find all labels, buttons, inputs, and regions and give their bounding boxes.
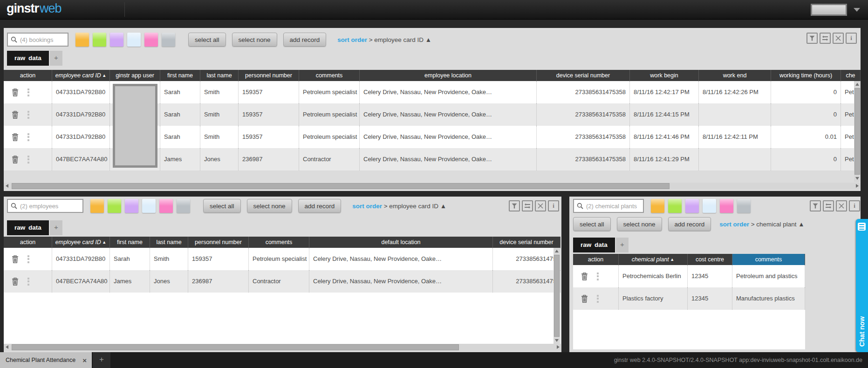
column-header-personnel-number[interactable]: personnel number xyxy=(239,70,299,81)
sort-order-link[interactable]: sort order xyxy=(337,36,367,43)
column-header-employee-location[interactable]: employee location xyxy=(360,70,537,81)
add-workspace-button[interactable]: + xyxy=(93,352,110,368)
row-menu-icon[interactable] xyxy=(597,271,599,281)
horizontal-scrollbar[interactable] xyxy=(4,183,861,190)
close-panel-icon[interactable] xyxy=(836,200,847,211)
column-header-last-name[interactable]: last name xyxy=(150,237,188,248)
add-record-button[interactable]: add record xyxy=(668,217,711,231)
color-swatch-4[interactable] xyxy=(142,199,156,213)
color-swatch-6[interactable] xyxy=(737,199,751,213)
column-header-chemical-plant[interactable]: chemical plant ▲ xyxy=(619,254,688,265)
add-record-button[interactable]: add record xyxy=(283,33,327,47)
scroll-up-icon[interactable] xyxy=(555,250,559,252)
vertical-scrollbar[interactable] xyxy=(854,81,861,182)
column-header-action[interactable]: action xyxy=(4,70,52,81)
delete-icon[interactable] xyxy=(581,295,588,303)
add-tab-button[interactable]: + xyxy=(616,238,629,252)
scroll-right-icon[interactable] xyxy=(856,184,859,188)
row-menu-icon[interactable] xyxy=(27,132,29,142)
scroll-left-icon[interactable] xyxy=(6,184,8,188)
color-swatch-3[interactable] xyxy=(685,199,699,213)
vertical-scrollbar[interactable] xyxy=(554,248,560,344)
delete-icon[interactable] xyxy=(12,89,19,96)
table-row[interactable]: Plastics factory12345Manufactures plasti… xyxy=(573,287,805,310)
scroll-left-icon[interactable] xyxy=(6,345,8,349)
column-header-working-time-hours-[interactable]: working time (hours) xyxy=(771,70,841,81)
color-swatch-2[interactable] xyxy=(668,199,682,213)
color-swatch-1[interactable] xyxy=(90,199,104,213)
workspace-tab[interactable]: Chemical Plant Attendance × xyxy=(0,352,92,368)
column-header-comments[interactable]: comments xyxy=(732,254,805,265)
delete-icon[interactable] xyxy=(12,133,19,141)
column-header-first-name[interactable]: first name xyxy=(110,237,150,248)
scrollbar-thumb[interactable] xyxy=(12,183,670,189)
row-menu-icon[interactable] xyxy=(27,276,29,286)
color-swatch-6[interactable] xyxy=(177,199,190,213)
table-row[interactable]: Petrochemicals Berlin12345Petroleum and … xyxy=(573,265,805,287)
color-swatch-6[interactable] xyxy=(162,33,175,47)
select-none-button[interactable]: select none xyxy=(247,199,292,213)
column-header-work-begin[interactable]: work begin xyxy=(630,70,699,81)
color-swatch-5[interactable] xyxy=(144,33,158,47)
info-icon[interactable]: i xyxy=(849,200,860,211)
column-header-ginstr-app-user[interactable]: ginstr app user xyxy=(110,70,160,81)
color-swatch-3[interactable] xyxy=(110,33,123,47)
filter-icon[interactable] xyxy=(806,33,818,44)
swap-columns-icon[interactable] xyxy=(823,200,834,211)
add-tab-button[interactable]: + xyxy=(50,51,62,66)
swap-columns-icon[interactable] xyxy=(522,200,533,211)
column-header-default-location[interactable]: default location xyxy=(309,237,493,248)
filter-icon[interactable] xyxy=(509,200,520,211)
column-header-action[interactable]: action xyxy=(573,254,619,265)
close-icon[interactable]: × xyxy=(82,356,92,364)
sort-order-link[interactable]: sort order xyxy=(719,221,749,228)
scrollbar-thumb[interactable] xyxy=(854,88,860,175)
column-header-employee-card-id[interactable]: employee card ID ▲ xyxy=(52,70,110,81)
color-swatch-5[interactable] xyxy=(159,199,173,213)
employees-search[interactable] xyxy=(7,199,83,213)
swap-columns-icon[interactable] xyxy=(820,33,831,44)
info-icon[interactable]: i xyxy=(846,33,857,44)
table-row[interactable]: 047BEC7AA74A80JamesJones236987Contractor… xyxy=(4,270,560,293)
delete-icon[interactable] xyxy=(12,111,19,119)
color-swatch-1[interactable] xyxy=(651,199,664,213)
color-swatch-4[interactable] xyxy=(127,33,141,47)
tab-raw-data[interactable]: raw data xyxy=(7,51,49,66)
scrollbar-thumb[interactable] xyxy=(554,255,560,337)
select-all-button[interactable]: select all xyxy=(203,199,241,213)
scroll-down-icon[interactable] xyxy=(855,177,859,180)
add-tab-button[interactable]: + xyxy=(50,220,62,235)
color-swatch-5[interactable] xyxy=(720,199,733,213)
tab-raw-data[interactable]: raw data xyxy=(7,220,49,235)
search-input[interactable] xyxy=(585,200,643,211)
close-panel-icon[interactable] xyxy=(833,33,844,44)
row-menu-icon[interactable] xyxy=(27,254,29,264)
row-menu-icon[interactable] xyxy=(27,154,29,164)
close-panel-icon[interactable] xyxy=(535,200,546,211)
column-header-action[interactable]: action xyxy=(4,237,52,248)
search-input[interactable] xyxy=(19,200,82,211)
delete-icon[interactable] xyxy=(12,278,19,286)
scrollbar-thumb[interactable] xyxy=(12,344,459,350)
column-header-employee-card-id[interactable]: employee card ID ▲ xyxy=(52,237,110,248)
filter-icon[interactable] xyxy=(810,200,821,211)
row-menu-icon[interactable] xyxy=(597,293,599,304)
column-header-cost-centre[interactable]: cost centre xyxy=(688,254,732,265)
column-header-work-end[interactable]: work end xyxy=(699,70,771,81)
add-record-button[interactable]: add record xyxy=(298,199,342,213)
sort-order-link[interactable]: sort order xyxy=(352,203,382,210)
select-none-button[interactable]: select none xyxy=(617,217,662,231)
column-header-comments[interactable]: comments xyxy=(299,70,360,81)
tab-raw-data[interactable]: raw data xyxy=(573,238,615,252)
select-all-button[interactable]: select all xyxy=(188,33,226,47)
delete-icon[interactable] xyxy=(581,273,588,280)
scroll-down-icon[interactable] xyxy=(555,339,559,342)
chat-now-tab[interactable]: Chat now xyxy=(856,219,868,352)
column-header-device-serial-number[interactable]: device serial number xyxy=(493,237,560,248)
horizontal-scrollbar[interactable] xyxy=(4,344,561,351)
user-account-button[interactable] xyxy=(811,4,847,16)
delete-icon[interactable] xyxy=(12,156,19,164)
info-icon[interactable]: i xyxy=(548,200,559,211)
color-swatch-2[interactable] xyxy=(108,199,121,213)
column-header-first-name[interactable]: first name xyxy=(160,70,200,81)
